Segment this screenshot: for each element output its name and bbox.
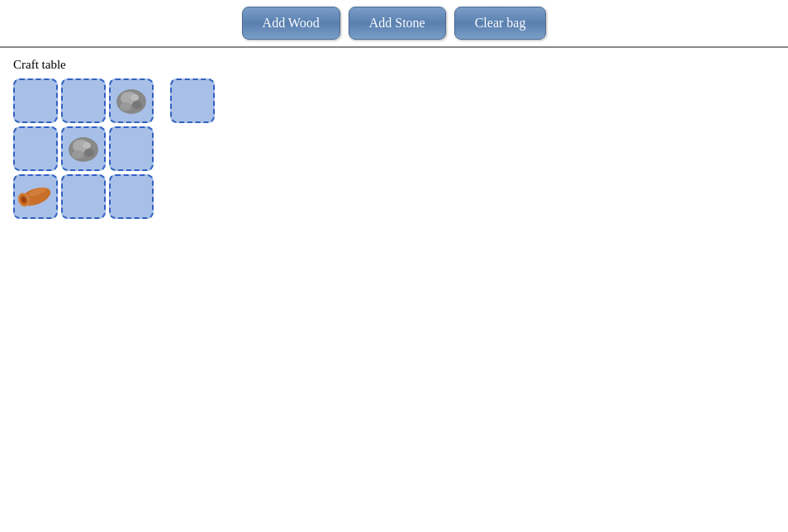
- craft-cell-2-1[interactable]: [61, 174, 106, 219]
- craft-cell-2-0[interactable]: [13, 174, 58, 219]
- wood-icon: [18, 182, 53, 211]
- svg-point-9: [83, 142, 91, 149]
- craft-cell-2-2[interactable]: [109, 174, 154, 219]
- craft-cell-0-2[interactable]: [109, 78, 154, 123]
- main-content: Craft table: [0, 48, 788, 229]
- add-stone-button[interactable]: Add Stone: [349, 7, 446, 40]
- clear-bag-button[interactable]: Clear bag: [454, 7, 547, 40]
- add-wood-button[interactable]: Add Wood: [242, 7, 340, 40]
- bag-cell[interactable]: [170, 78, 215, 123]
- craft-cell-1-0[interactable]: [13, 126, 58, 171]
- craft-cell-0-1[interactable]: [61, 78, 106, 123]
- svg-point-7: [84, 149, 94, 157]
- svg-point-3: [120, 102, 131, 111]
- craft-cell-1-1[interactable]: [61, 126, 106, 171]
- toolbar: Add Wood Add Stone Clear bag: [0, 0, 788, 48]
- svg-point-8: [72, 150, 83, 159]
- craft-area: [13, 78, 775, 219]
- craft-cell-0-0[interactable]: [13, 78, 58, 123]
- svg-point-4: [131, 94, 139, 101]
- craft-table-label: Craft table: [13, 58, 775, 72]
- stone-icon: [66, 133, 101, 164]
- svg-point-2: [132, 101, 142, 109]
- craft-cell-1-2[interactable]: [109, 126, 154, 171]
- stone-icon: [114, 85, 149, 116]
- craft-grid: [13, 78, 154, 219]
